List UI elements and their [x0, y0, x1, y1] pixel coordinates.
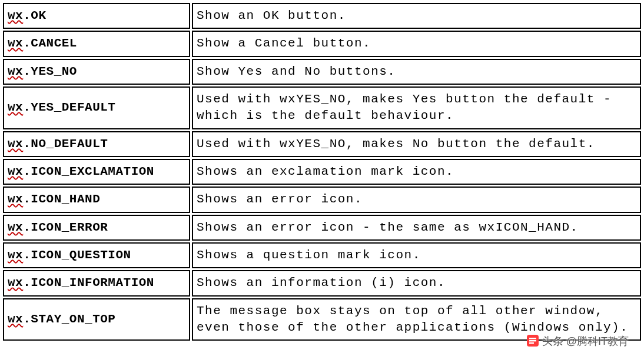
- constant-name: .ICON_INFORMATION: [23, 276, 154, 289]
- table-row: wx.ICON_HAND Shows an error icon.: [3, 187, 641, 212]
- constant-cell: wx.ICON_ERROR: [3, 215, 190, 241]
- constant-cell: wx.CANCEL: [3, 31, 190, 56]
- constant-name: .NO_DEFAULT: [23, 137, 108, 151]
- description-cell: Shows a question mark icon.: [192, 242, 641, 268]
- toutiao-icon: [527, 335, 539, 347]
- constant-cell: wx.ICON_INFORMATION: [3, 270, 190, 296]
- table-row: wx.ICON_EXCLAMATION Shows an exclamation…: [3, 159, 641, 185]
- description-cell: Show a Cancel button.: [192, 31, 641, 56]
- constant-name: .YES_DEFAULT: [23, 101, 115, 114]
- description-cell: Used with wxYES_NO, makes No button the …: [192, 131, 641, 157]
- constant-name: .ICON_EXCLAMATION: [23, 165, 154, 178]
- watermark: 头条 @腾科IT教育: [527, 334, 629, 348]
- table-row: wx.YES_DEFAULT Used with wxYES_NO, makes…: [3, 86, 641, 129]
- description-cell: Show Yes and No buttons.: [192, 59, 641, 85]
- constant-cell: wx.ICON_HAND: [3, 187, 190, 212]
- svg-rect-1: [529, 338, 536, 339]
- constant-name: .CANCEL: [23, 36, 77, 50]
- constant-name: .ICON_HAND: [23, 192, 100, 206]
- constant-cell: wx.OK: [3, 3, 190, 29]
- constant-name: .ICON_QUESTION: [23, 248, 131, 262]
- table-row: wx.NO_DEFAULT Used with wxYES_NO, makes …: [3, 131, 641, 157]
- constant-cell: wx.STAY_ON_TOP: [3, 298, 190, 341]
- wx-prefix: wx: [8, 36, 23, 50]
- wx-prefix: wx: [8, 137, 23, 151]
- description-cell: Shows an error icon.: [192, 187, 641, 212]
- wx-style-constants-table: wx.OK Show an OK button. wx.CANCEL Show …: [1, 1, 643, 342]
- watermark-text: 头条 @腾科IT教育: [542, 335, 629, 347]
- table-row: wx.ICON_INFORMATION Shows an information…: [3, 270, 641, 296]
- wx-prefix: wx: [8, 312, 23, 326]
- wx-prefix: wx: [8, 165, 23, 178]
- constant-name: .YES_NO: [23, 65, 77, 78]
- description-cell: Shows an error icon - the same as wxICON…: [192, 215, 641, 241]
- description-cell: Used with wxYES_NO, makes Yes button the…: [192, 86, 641, 129]
- description-cell: Shows an exclamation mark icon.: [192, 159, 641, 185]
- wx-prefix: wx: [8, 65, 23, 78]
- constant-cell: wx.ICON_QUESTION: [3, 242, 190, 268]
- wx-prefix: wx: [8, 248, 23, 262]
- wx-prefix: wx: [8, 192, 23, 206]
- description-cell: Shows an information (i) icon.: [192, 270, 641, 296]
- constant-name: .ICON_ERROR: [23, 221, 108, 234]
- table-row: wx.CANCEL Show a Cancel button.: [3, 31, 641, 56]
- constant-cell: wx.NO_DEFAULT: [3, 131, 190, 157]
- wx-prefix: wx: [8, 9, 23, 22]
- table-row: wx.ICON_QUESTION Shows a question mark i…: [3, 242, 641, 268]
- constant-name: .STAY_ON_TOP: [23, 312, 115, 326]
- table-row: wx.ICON_ERROR Shows an error icon - the …: [3, 215, 641, 241]
- table-row: wx.YES_NO Show Yes and No buttons.: [3, 59, 641, 85]
- wx-prefix: wx: [8, 101, 23, 114]
- constant-cell: wx.YES_NO: [3, 59, 190, 85]
- constant-cell: wx.ICON_EXCLAMATION: [3, 159, 190, 185]
- table-row: wx.OK Show an OK button.: [3, 3, 641, 29]
- svg-rect-3: [529, 342, 534, 344]
- svg-rect-2: [529, 340, 536, 341]
- constant-cell: wx.YES_DEFAULT: [3, 86, 190, 129]
- constant-name: .OK: [23, 9, 46, 22]
- wx-prefix: wx: [8, 221, 23, 234]
- description-cell: Show an OK button.: [192, 3, 641, 29]
- wx-prefix: wx: [8, 276, 23, 289]
